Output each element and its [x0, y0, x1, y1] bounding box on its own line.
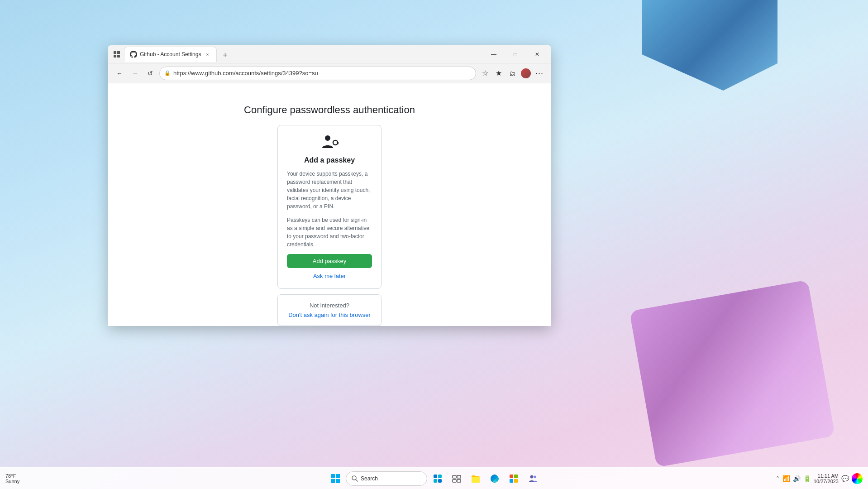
volume-icon[interactable]: 🔊: [793, 475, 801, 482]
browser-window: Github - Account Settings × + — □ ✕ ← → …: [108, 45, 551, 326]
lock-icon: 🔒: [164, 70, 171, 76]
svg-rect-0: [114, 51, 116, 54]
svg-rect-19: [438, 479, 442, 483]
minimize-button[interactable]: —: [483, 47, 504, 62]
taskbar-center: Search: [327, 470, 541, 487]
more-options-button[interactable]: ···: [533, 67, 546, 80]
battery-icon[interactable]: 🔋: [803, 475, 811, 482]
taskbar-right: ⌃ 📶 🔊 🔋 11:11 AM 10/27/2023 💬: [776, 473, 863, 484]
date-display: 10/27/2023: [814, 479, 839, 484]
taskbar: 78°F Sunny Search: [0, 467, 868, 489]
chevron-tray-icon[interactable]: ⌃: [776, 475, 780, 481]
svg-rect-10: [331, 474, 335, 478]
svg-rect-12: [331, 479, 335, 483]
dont-ask-again-link[interactable]: Don't ask again for this browser: [288, 312, 371, 318]
store-icon: [509, 474, 519, 484]
forward-button[interactable]: →: [129, 67, 141, 80]
url-text: https://www.github.com/accounts/settings…: [173, 70, 471, 77]
passkey-icon: [320, 134, 339, 153]
store-button[interactable]: [505, 470, 522, 487]
widgets-icon: [433, 474, 443, 484]
svg-rect-21: [457, 475, 461, 478]
svg-rect-9: [338, 144, 339, 144]
svg-rect-28: [514, 479, 518, 483]
svg-point-24: [493, 480, 497, 482]
collections-button[interactable]: 🗂: [506, 67, 519, 80]
svg-rect-16: [434, 475, 437, 478]
notification-button[interactable]: 💬: [841, 475, 849, 482]
address-bar[interactable]: 🔒 https://www.github.com/accounts/settin…: [159, 67, 476, 80]
svg-line-15: [356, 479, 358, 481]
svg-point-30: [534, 475, 536, 478]
file-explorer-button[interactable]: [467, 470, 484, 487]
svg-rect-20: [453, 475, 456, 478]
svg-rect-1: [117, 51, 120, 54]
favorites-button[interactable]: ★: [492, 67, 505, 80]
edge-button[interactable]: [486, 470, 503, 487]
teams-icon: [528, 474, 538, 484]
add-passkey-button[interactable]: Add passkey: [287, 254, 372, 268]
svg-point-29: [530, 475, 534, 478]
browser-menu-button[interactable]: [111, 49, 122, 60]
new-tab-button[interactable]: +: [219, 49, 231, 62]
clock[interactable]: 11:11 AM 10/27/2023: [814, 473, 839, 484]
windows-logo-icon: [330, 474, 340, 484]
passkey-card: Add a passkey Your device supports passk…: [277, 125, 382, 289]
weather-widget[interactable]: 78°F Sunny: [5, 473, 19, 484]
task-view-button[interactable]: [448, 470, 465, 487]
svg-rect-27: [510, 479, 513, 483]
svg-rect-17: [438, 475, 442, 478]
not-interested-text: Not interested?: [310, 302, 349, 309]
active-tab[interactable]: Github - Account Settings ×: [124, 47, 217, 62]
task-view-icon: [452, 474, 462, 484]
start-button[interactable]: [327, 470, 344, 487]
search-label: Search: [361, 475, 378, 482]
svg-rect-25: [510, 475, 513, 478]
close-button[interactable]: ✕: [527, 47, 548, 62]
taskbar-left: 78°F Sunny: [5, 473, 23, 484]
search-icon: [352, 475, 358, 482]
search-taskbar[interactable]: Search: [346, 471, 427, 486]
back-button[interactable]: ←: [113, 67, 126, 80]
tab-close-button[interactable]: ×: [204, 51, 211, 58]
ask-later-link[interactable]: Ask me later: [313, 273, 346, 279]
svg-point-5: [325, 135, 330, 141]
nav-bar: ← → ↺ 🔒 https://www.github.com/accounts/…: [108, 63, 551, 83]
refresh-button[interactable]: ↺: [144, 67, 157, 80]
secondary-card: Not interested? Don't ask again for this…: [277, 294, 382, 326]
passkey-description-1: Your device supports passkeys, a passwor…: [287, 170, 372, 211]
tab-bar: Github - Account Settings × +: [124, 47, 483, 62]
svg-rect-13: [336, 479, 340, 483]
bg-decoration-purple: [630, 280, 835, 467]
title-bar: Github - Account Settings × + — □ ✕: [108, 45, 551, 63]
file-explorer-icon: [471, 474, 481, 484]
color-wheel-icon[interactable]: [852, 473, 863, 484]
page-title: Configure passwordless authentication: [244, 104, 415, 116]
profile-button[interactable]: [520, 67, 532, 80]
passkey-card-title: Add a passkey: [304, 156, 355, 164]
svg-rect-18: [434, 479, 437, 483]
svg-rect-23: [457, 479, 461, 482]
svg-rect-22: [453, 479, 456, 482]
passkey-description-2: Passkeys can be used for sign-in as a si…: [287, 216, 372, 249]
weather-condition: Sunny: [5, 479, 19, 484]
weather-temp: 78°F: [5, 473, 19, 479]
tab-title: Github - Account Settings: [140, 51, 201, 58]
teams-button[interactable]: [524, 470, 541, 487]
maximize-button[interactable]: □: [505, 47, 526, 62]
github-favicon: [130, 51, 137, 58]
network-icon[interactable]: 📶: [782, 475, 790, 482]
svg-rect-3: [117, 55, 120, 58]
window-controls: — □ ✕: [483, 47, 548, 62]
add-favorites-button[interactable]: ☆: [479, 67, 491, 80]
grid-icon: [113, 51, 120, 58]
edge-icon: [490, 474, 500, 484]
nav-actions: ☆ ★ 🗂 ···: [479, 67, 546, 80]
widgets-button[interactable]: [429, 470, 446, 487]
browser-content: Configure passwordless authentication Ad…: [108, 83, 551, 326]
svg-rect-26: [514, 475, 518, 478]
svg-rect-7: [337, 142, 339, 144]
time-display: 11:11 AM: [818, 473, 839, 479]
svg-rect-11: [336, 474, 340, 478]
svg-rect-2: [114, 55, 116, 58]
